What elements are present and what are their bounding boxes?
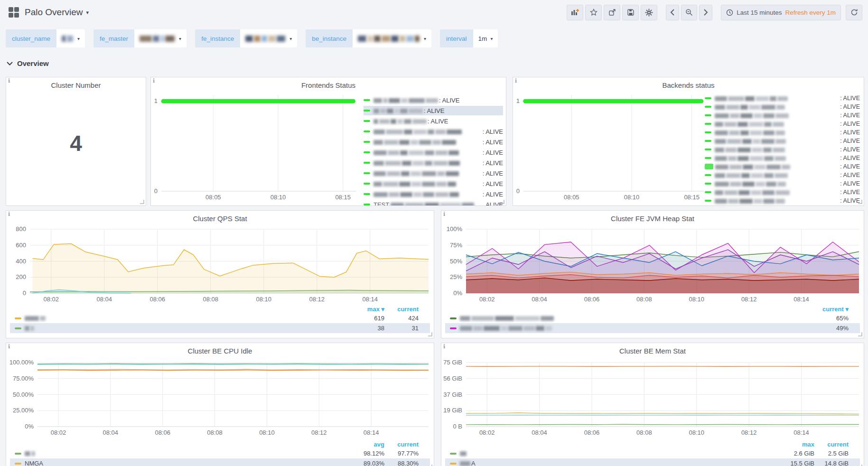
status-legend-row[interactable]: : ALIVE — [705, 154, 860, 162]
status-legend-row[interactable]: : ALIVE — [364, 168, 503, 178]
share-button[interactable] — [604, 5, 620, 20]
legend-value: 65% — [814, 315, 849, 322]
filter-cluster-name-value[interactable]: ▾ — [56, 29, 85, 47]
time-picker-button[interactable]: Last 15 minutes Refresh every 1m — [721, 5, 841, 20]
y-axis-tick: 75.00% — [8, 375, 34, 382]
filter-fe-instance-value[interactable]: ▾ — [240, 29, 297, 47]
x-axis-tick: 08:12 — [311, 429, 327, 436]
status-legend-row[interactable]: : ALIVE — [705, 197, 860, 205]
series-color-dash — [364, 151, 370, 153]
status-text: : ALIVE — [840, 112, 860, 119]
legend-sort-max[interactable]: max — [780, 441, 814, 448]
y-axis-tick: 0% — [8, 423, 34, 430]
panel-be-cpu-idle: i Cluster BE CPU Idle 100.00%75.00%50.00… — [6, 343, 434, 466]
status-text: : ALIVE — [840, 146, 860, 153]
status-legend-row[interactable]: : ALIVE — [364, 179, 503, 188]
panel-info-icon[interactable]: i — [8, 78, 10, 84]
status-legend-row[interactable]: : ALIVE — [705, 163, 860, 170]
status-legend-row[interactable]: : ALIVE — [705, 120, 860, 128]
x-axis-tick: 08:08 — [207, 429, 223, 436]
filter-be-instance-value[interactable]: ▾ — [353, 29, 431, 47]
series-name: NMGA — [25, 460, 43, 466]
status-legend-row[interactable]: : ALIVE — [705, 129, 860, 136]
panel-resize-handle[interactable] — [858, 332, 862, 336]
time-forward-button[interactable] — [699, 5, 712, 20]
panel-title[interactable]: Cluster BE CPU Idle — [20, 347, 420, 355]
panel-info-icon[interactable]: i — [515, 78, 517, 84]
legend-row[interactable]: 98.12%97.77% — [10, 448, 430, 458]
status-legend-row[interactable]: : ALIVE — [705, 180, 860, 187]
legend-row[interactable]: 2.6 GiB2.5 GiB — [445, 448, 860, 458]
legend-row[interactable]: 619424 — [10, 313, 430, 323]
legend-sort-max[interactable]: max ▾ — [350, 306, 384, 313]
row-overview-toggle[interactable]: Overview — [7, 59, 49, 67]
panel-title[interactable]: Cluster BE Mem Stat — [456, 347, 849, 355]
frontends-status-chart[interactable]: 1008:0508:1008:15 — [154, 92, 359, 202]
legend-row[interactable]: 49% — [445, 323, 860, 333]
panel-title[interactable]: Frontends Status — [165, 81, 492, 89]
status-legend-row[interactable]: : ALIVE — [364, 127, 503, 136]
panel-resize-handle[interactable] — [500, 200, 504, 204]
legend-row[interactable]: A15.5 GiB14.8 GiB — [445, 458, 860, 466]
star-button[interactable] — [585, 5, 602, 20]
status-legend-row[interactable]: : ALIVE — [364, 116, 503, 126]
panel-info-icon[interactable]: i — [8, 344, 10, 350]
add-panel-button[interactable] — [567, 5, 583, 20]
settings-button[interactable] — [641, 5, 657, 20]
status-legend-row[interactable]: : ALIVE — [705, 188, 860, 196]
status-legend-row[interactable]: : ALIVE — [364, 189, 503, 199]
panel-resize-handle[interactable] — [428, 332, 432, 336]
panel-resize-handle[interactable] — [858, 200, 862, 204]
status-legend-row[interactable]: : ALIVE — [705, 94, 860, 102]
be-mem-chart[interactable]: 75 GiB56 GiB37 GiB19 GiB0 B08:0208:0408:… — [443, 359, 862, 437]
legend-sort-current[interactable]: current — [384, 306, 419, 313]
panel-title[interactable]: Cluster QPS Stat — [20, 214, 420, 223]
legend-sort-current[interactable]: current — [814, 441, 849, 448]
zoom-out-button[interactable] — [681, 5, 697, 20]
legend-sort-current[interactable]: current ▾ — [814, 306, 849, 313]
status-legend-row[interactable]: : ALIVE — [364, 148, 503, 157]
legend-row[interactable]: 65% — [445, 313, 860, 323]
x-axis-tick: 08:10 — [624, 194, 640, 201]
save-button[interactable] — [622, 5, 639, 20]
legend-sort-current[interactable]: current — [384, 441, 419, 448]
panel-info-icon[interactable]: i — [443, 211, 445, 217]
status-legend-row[interactable]: : ALIVE — [705, 171, 860, 179]
redacted-instance-name — [715, 138, 787, 144]
be-cpu-chart[interactable]: 100.00%75.00%50.00%25.00%0%08:0208:0408:… — [8, 359, 431, 437]
status-legend-row[interactable]: : ALIVE — [364, 158, 503, 168]
filter-fe-master-value[interactable]: ▾ — [134, 29, 187, 47]
status-legend-row[interactable]: : ALIVE — [364, 137, 503, 147]
status-legend-row[interactable]: : ALIVE — [364, 95, 503, 105]
panel-info-icon[interactable]: i — [8, 211, 10, 217]
status-legend-row[interactable]: : ALIVE — [705, 146, 860, 153]
legend-sort-avg[interactable]: avg — [350, 441, 384, 448]
grafana-logo[interactable] — [9, 7, 19, 18]
qps-chart[interactable]: 800600400200008:0208:0408:0608:0808:1008… — [8, 226, 431, 304]
legend-row[interactable]: NMGA89.03%88.30% — [10, 458, 430, 466]
backends-status-legend: : ALIVE: ALIVE: ALIVE: ALIVE: ALIVE: ALI… — [705, 94, 860, 205]
filter-interval-value[interactable]: 1m ▾ — [473, 29, 498, 47]
panel-info-icon[interactable]: i — [443, 344, 445, 350]
redacted-instance-name — [715, 172, 789, 178]
panel-title[interactable]: Backends status — [527, 81, 849, 89]
status-legend-row[interactable]: : ALIVE — [705, 137, 860, 145]
x-axis-tick: 08:10 — [689, 429, 704, 436]
status-legend-row[interactable]: : ALIVE — [705, 103, 860, 111]
status-legend-row[interactable]: : ALIVE — [705, 112, 860, 119]
legend-row[interactable]: 3831 — [10, 323, 430, 333]
refresh-button[interactable] — [846, 5, 862, 20]
status-legend-row[interactable]: : ALIVE — [364, 106, 503, 115]
panel-info-icon[interactable]: i — [153, 78, 155, 84]
dashboard-title[interactable]: Palo Overview ▾ — [25, 7, 89, 18]
redacted-instance-name — [373, 149, 460, 156]
status-text: : ALIVE — [483, 191, 503, 198]
y-axis-tick: 56 GiB — [443, 375, 462, 382]
jvm-heap-chart[interactable]: 100%75%50%25%0%08:0208:0408:0608:0808:10… — [443, 226, 862, 304]
panel-resize-handle[interactable] — [140, 200, 144, 204]
panel-title[interactable]: Cluster Number — [20, 81, 131, 89]
status-legend-row[interactable]: TEST ALIVE — [364, 200, 503, 205]
panel-title[interactable]: Cluster FE JVM Heap Stat — [456, 214, 849, 223]
backends-status-chart[interactable]: 1008:0508:1008:15 — [516, 92, 707, 202]
time-back-button[interactable] — [666, 5, 679, 20]
